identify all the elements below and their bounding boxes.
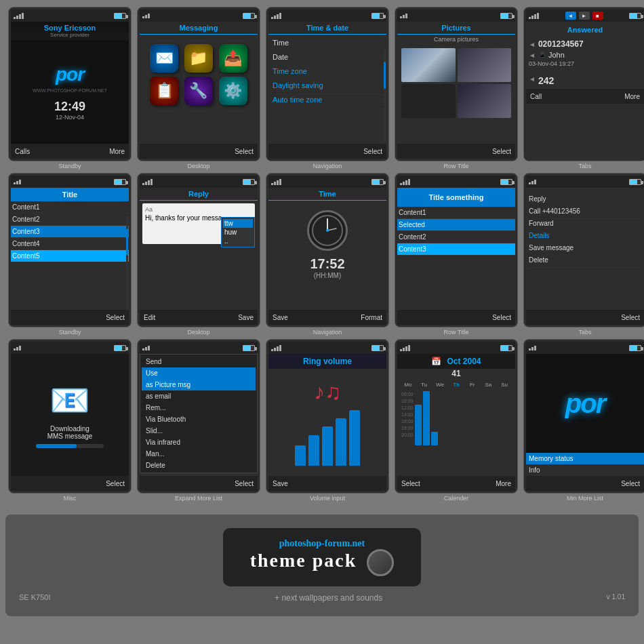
cal-week-num: 41 [397,369,515,378]
bottom-section: photoshop-forum.net theme pack SE K750I … [5,515,639,616]
rowtitle2-text: Title something [428,193,483,201]
volume-body: ♪♫ [268,369,386,476]
soft-keys-standby: Calls More [11,144,129,159]
dvd-icon [367,549,394,576]
vbar3 [322,426,333,466]
soft-right-reply[interactable]: Save [238,314,254,321]
vol-bars-container [295,411,360,466]
status-bar-tl [11,176,129,188]
music-notes: ♪♫ [314,380,341,405]
td-timezone: Time zone [271,64,384,79]
reply-input[interactable]: Aa Hi, thanks for your messa... ttw huw … [142,203,255,244]
ac-huw: huw [223,228,253,237]
svg-point-3 [326,229,329,232]
signal-tabs2 [529,180,536,184]
status-bar-pic [397,9,515,22]
pof-logo: por [56,64,84,85]
answered-status: Answered [567,26,603,34]
soft-right-tabs2[interactable]: Select [621,314,640,321]
soft-right-cal[interactable]: More [496,480,511,487]
reply-body: Aa Hi, thanks for your messa... ttw huw … [140,201,258,310]
mml-list: Memory status Info [526,453,644,476]
soft-left-reply[interactable]: Edit [144,314,155,321]
icon-drafts: 📋 [149,77,180,105]
vbar5 [349,410,360,466]
cal-month: Oct 2004 [447,357,481,366]
clock-cell: Time 17:52 (HH:MM) Save [263,172,392,338]
status-bar-td [268,9,386,22]
pic2 [458,48,512,82]
soft-right-clock[interactable]: Format [361,314,382,321]
ci-rem: Rem... [142,402,256,414]
inbox-icon: 📁 [184,44,213,73]
pictures-screen: Pictures Camera pictures Select [395,7,518,161]
pictures-body [397,44,515,144]
camera-subtitle: Camera pictures [397,35,515,44]
cal-days-header: Mo Tu We Th Fr Sa Su [399,380,514,390]
td-date: Date [271,50,384,64]
rowtitle2-screen: Title something Content1 Selected Conten… [395,173,518,327]
soft-left-clock[interactable]: Save [273,314,288,321]
settings-icon: ⚙️ [219,77,247,105]
brand-product: theme pack [250,549,395,576]
signal-clock [271,179,281,185]
mml-body: por [526,354,644,453]
autocomplete: ttw huw .. [221,217,255,247]
soft-keys-cal: Select More [397,476,515,491]
answered-status-bar: Answered [526,22,644,37]
rowtitle2-bar: Title something [397,188,515,207]
messaging-cell: Messaging ✉️ 📁 📤 📋 🔧 [134,5,263,172]
soft-right-rt2[interactable]: Select [492,314,511,321]
soft-left-standby[interactable]: Calls [15,148,30,155]
battery-mml [629,345,641,351]
label-tabs2: Tabs [578,329,591,336]
sony-title: Sony Ericsson [14,24,126,32]
status-bar-input1 [140,342,258,354]
soft-right-misc[interactable]: Select [106,480,125,487]
soft-right-msg[interactable]: Select [235,148,254,155]
signal-rt2 [400,179,410,185]
ci-use: Use [142,367,256,379]
signal-misc [14,346,21,350]
timedate-list: Time Date Time zone Daylight saving Auto… [268,35,386,108]
tabs2-body: Reply Call +440123456 Forward Details Sa… [526,188,644,310]
soft-keys-reply: Edit Save [140,310,258,325]
soft-right-mml[interactable]: Select [621,480,640,487]
soft-left-ans[interactable]: Call [530,93,542,100]
pic1 [401,48,456,82]
templates-icon: 🔧 [184,77,213,105]
call-number: 0201234567 [538,39,584,49]
model-text: SE K750I [19,593,50,603]
soft-right-tl[interactable]: Select [106,314,125,321]
soft-right-ans[interactable]: More [624,93,640,100]
tabs2-save: Save message [527,242,643,254]
ac-ttw: ttw [223,219,253,228]
bar2 [16,16,18,19]
tabs2-delete: Delete [527,254,643,266]
clock-svg [310,214,344,247]
cal-bar-fri [423,391,430,445]
label-minmorelist: Min More List [567,495,603,502]
answered-screen: ◄ ► ■ Answered ◄ 0201234567 ◄ 📱 John [523,7,644,161]
soft-left-cal[interactable]: Select [401,480,420,487]
status-bar-rt2 [397,176,515,188]
signal-pic [400,14,407,18]
soft-right-standby[interactable]: More [109,148,125,155]
soft-right-td[interactable]: Select [363,148,382,155]
soft-keys-msg: Select [140,144,258,159]
status-bar-cal [397,342,515,354]
signal-vol [271,345,281,351]
soft-right-input1[interactable]: Select [235,480,254,487]
calendar-screen: 📅 Oct 2004 41 Mo Tu We Th Fr Sa Su 08:00 [395,339,518,494]
battery-pic [500,13,512,19]
soft-left-vol[interactable]: Save [273,480,288,487]
vbar1 [295,445,306,466]
bar4 [22,13,24,19]
soft-keys-misc: Select [11,476,129,491]
next-text: + next wallpapers and sounds [275,593,382,603]
cal-times-col: 08:00 10:00 12:00 14:00 16:00 18:00 20:0… [399,390,514,447]
timedate-cell: Time & date Time Date Time zone Daylight… [263,5,392,172]
ci-delete: Delete [142,460,256,471]
soft-right-pic[interactable]: Select [492,148,511,155]
soft-keys-vol: Save [268,476,386,491]
